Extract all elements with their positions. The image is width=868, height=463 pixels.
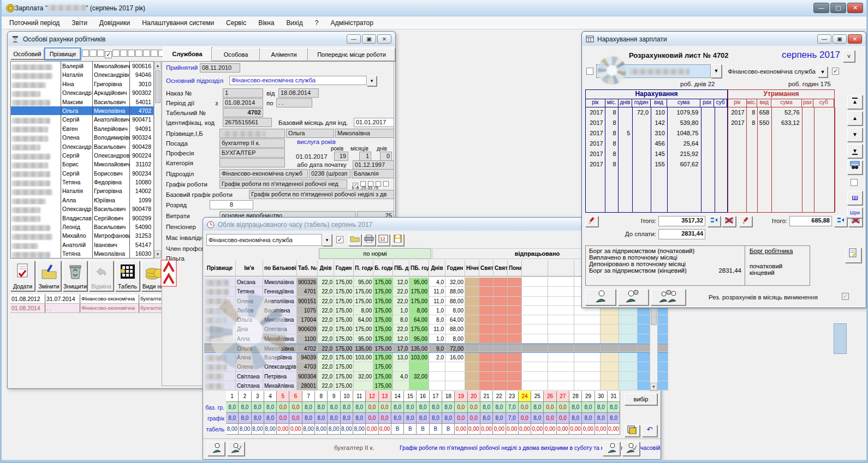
calendar-cell[interactable]: 0,0 <box>519 402 531 413</box>
surname-field[interactable] <box>219 129 285 138</box>
calendar-cell[interactable]: 0,00 <box>506 424 519 435</box>
print-button[interactable] <box>362 234 376 246</box>
person-next2-button[interactable] <box>622 442 640 456</box>
letter-filter-checkbox[interactable] <box>135 50 142 57</box>
day-cell[interactable]: 8 <box>315 391 328 402</box>
payroll-close-button[interactable]: ✕ <box>848 34 862 44</box>
employee-row[interactable]: БорисМиколайович31102 <box>11 160 153 169</box>
employee-row[interactable]: НаталіяГригорівна14002 <box>11 187 153 195</box>
close-button[interactable]: ✕ <box>847 3 863 13</box>
letter-filter-checkbox[interactable] <box>143 50 150 57</box>
employee-row[interactable]: МаксимВасильович54011 <box>11 98 153 106</box>
day-cell[interactable]: 20 <box>468 391 480 402</box>
timesheet-dept-combo[interactable]: Фінансово-економічна служба <box>206 234 322 246</box>
timesheet-row[interactable]: СвітланаМихайлівна2800122,0175,00175,00 <box>204 381 668 390</box>
calendar-cell[interactable]: 8,0 <box>582 402 594 413</box>
day-cell[interactable]: 2 <box>239 391 251 402</box>
calendar-cell[interactable]: 8,0 <box>480 413 493 424</box>
calendar-cell[interactable]: 8,0 <box>302 402 315 413</box>
tabel-button[interactable]: Табель <box>115 261 140 291</box>
period-from-field[interactable]: 01.08.2014 <box>223 98 263 107</box>
employee-row[interactable]: ОленаВолодимирівн900324 <box>11 133 153 142</box>
calendar-cell[interactable]: 8,0 <box>353 402 366 413</box>
first-name-field[interactable]: Ольга <box>286 129 334 138</box>
calendar-cell[interactable]: 8,0 <box>569 413 582 424</box>
letter-filter-checkbox[interactable] <box>82 50 89 57</box>
calendar-cell[interactable]: 0,0 <box>379 402 391 413</box>
table-row[interactable]: 20178550633,12 <box>728 118 834 128</box>
day-cell[interactable]: 12 <box>366 391 378 402</box>
calendar-cell[interactable]: 0,00 <box>493 424 506 435</box>
day-cell[interactable]: 31 <box>608 391 620 402</box>
calendar-cell[interactable]: 8,0 <box>480 402 493 413</box>
menu-servis[interactable]: Сервіс <box>226 19 246 27</box>
mdi-scrollbar-fragment[interactable] <box>834 323 847 354</box>
tab-alimenty[interactable]: Аліменти <box>260 48 308 61</box>
calendar-cell[interactable]: 0,00 <box>379 424 391 435</box>
day-cell[interactable]: 16 <box>417 391 429 402</box>
debt-worker-link[interactable]: Борг робітника <box>750 248 793 254</box>
payroll-tables[interactable]: Нарахуваннярікміс.днівгодинвидсумарахсуб… <box>585 89 842 213</box>
payroll-dept-checkbox[interactable] <box>832 68 839 75</box>
table-row[interactable]: 2017845625,64 <box>586 139 727 149</box>
calendar-cell[interactable]: 0,00 <box>582 424 594 435</box>
day-cell[interactable]: 7 <box>302 391 315 402</box>
id-code-field[interactable]: 2675515561 <box>223 118 272 127</box>
calendar-cell[interactable]: 8,0 <box>239 413 251 424</box>
employee-row[interactable]: ЛеонідВасильович54090 <box>11 223 153 231</box>
scroll-thumb[interactable] <box>155 70 160 103</box>
letter-filter-checkbox[interactable] <box>151 50 158 57</box>
table-row[interactable]: 20178142539,80 <box>586 118 727 128</box>
calendar-cell[interactable]: 8,00 <box>252 424 264 435</box>
timesheet-dept-dropdown-arrow[interactable]: ▾ <box>322 234 332 246</box>
employee-row[interactable]: СергійАнатолійович900471 <box>11 115 153 124</box>
dept-field[interactable]: Фінансово-економічна служб <box>219 169 308 178</box>
calendar-cell[interactable]: 8,0 <box>264 402 277 413</box>
scroll-up-arrow[interactable]: ▲ <box>154 62 161 69</box>
calendar-cell[interactable]: 8,0 <box>341 413 353 424</box>
accrual-edit-pencil[interactable] <box>585 216 598 227</box>
menu-dovidnyky[interactable]: Довідники <box>99 19 130 27</box>
calendar-cell[interactable]: В <box>430 424 442 435</box>
calendar-cell[interactable]: 8,0 <box>582 413 594 424</box>
person-next-button[interactable] <box>227 442 245 456</box>
base-month-field[interactable]: 01.01.2017 <box>354 118 394 127</box>
deduction-edit-pencil[interactable] <box>739 216 752 227</box>
calendar-cell[interactable]: 0,0 <box>277 402 289 413</box>
employee-row[interactable]: ОлександрВасильович900478 <box>11 205 153 213</box>
person-group-button[interactable] <box>651 289 686 305</box>
payroll-minimize-button[interactable]: — <box>817 34 831 44</box>
calendar-cell[interactable]: 8,0 <box>442 402 455 413</box>
day-cell[interactable]: 15 <box>404 391 417 402</box>
calendar-cell[interactable]: 8,0 <box>430 413 442 424</box>
employees-close-button[interactable]: ✕ <box>377 34 391 44</box>
debt-edit-button[interactable] <box>845 248 861 263</box>
months-field[interactable]: 1 <box>359 152 371 161</box>
patronymic-field[interactable]: Миколаївна <box>335 129 394 138</box>
deduction-insert-button[interactable] <box>834 216 847 227</box>
calendar-cell[interactable]: 8,0 <box>531 413 544 424</box>
timesheet-scroll-down[interactable]: ▼ <box>650 383 657 390</box>
calendar-cell[interactable]: В <box>442 424 455 435</box>
person-one-button[interactable] <box>585 289 616 305</box>
sort-prizvyshche-button[interactable]: Прізвище <box>45 49 80 59</box>
calendar-cell[interactable]: 0,0 <box>557 402 569 413</box>
person-prev-button[interactable] <box>207 442 225 456</box>
base-schedule-field[interactable]: Графік роботи по п'ятиденної робочої нед… <box>249 190 394 199</box>
calendar-cell[interactable]: 8,0 <box>264 413 277 424</box>
calendar-cell[interactable]: 8,0 <box>442 413 455 424</box>
day-cell[interactable]: 17 <box>430 391 442 402</box>
timesheet-row[interactable]: ОленаОлександрівна470322,0175,00175,00 <box>204 362 668 371</box>
table-row[interactable]: 2017853101048,75 <box>586 128 727 139</box>
day-cell[interactable]: 23 <box>506 391 519 402</box>
calendar-cell[interactable]: 8,0 <box>595 402 608 413</box>
order-date-field[interactable]: 18.08.2014 <box>278 88 319 98</box>
timesheet-dept-checkbox[interactable] <box>336 236 343 243</box>
employee-row[interactable]: ВалерійМиколайович900616 <box>11 62 153 70</box>
strip-checkbox[interactable] <box>851 179 858 186</box>
add-button[interactable]: Додати <box>10 261 35 291</box>
schedule-field[interactable]: Графік роботи по п'ятиденної робочої нед <box>219 179 347 189</box>
calendar-cell[interactable]: 8,0 <box>252 402 264 413</box>
start-date-field[interactable]: 01.12.1997 <box>353 160 394 170</box>
letter-filter-checkbox[interactable] <box>105 51 112 58</box>
